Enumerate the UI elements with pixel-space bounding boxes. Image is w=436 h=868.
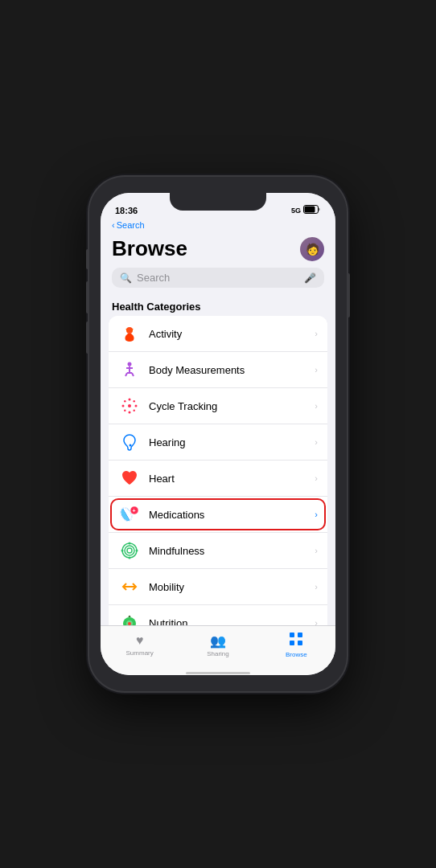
- activity-label: Activity: [149, 328, 306, 340]
- page-header: Browse 🧑: [101, 233, 335, 268]
- svg-point-13: [122, 405, 125, 407]
- sharing-label: Sharing: [207, 650, 229, 657]
- hearing-icon: [118, 431, 141, 453]
- category-item-mindfulness[interactable]: Mindfulness ›: [109, 533, 327, 569]
- svg-point-16: [134, 400, 135, 402]
- svg-point-34: [129, 557, 131, 559]
- microphone-icon[interactable]: 🎤: [304, 272, 316, 284]
- battery-icon: [303, 205, 321, 215]
- category-item-medications[interactable]: + Medications ›: [109, 497, 327, 533]
- cycle-tracking-icon: [118, 395, 141, 417]
- svg-point-11: [129, 399, 131, 401]
- svg-point-10: [128, 404, 131, 407]
- back-link[interactable]: ‹ Search: [112, 220, 324, 230]
- avatar[interactable]: 🧑: [300, 237, 324, 261]
- svg-text:+: +: [133, 508, 136, 514]
- medications-chevron: ›: [315, 510, 318, 519]
- mobility-chevron: ›: [315, 582, 318, 592]
- mindfulness-icon: [118, 539, 141, 562]
- svg-point-3: [128, 362, 132, 366]
- power-button: [347, 273, 350, 317]
- cycle-tracking-chevron: ›: [315, 401, 318, 411]
- svg-point-40: [128, 622, 131, 625]
- page-title: Browse: [112, 236, 187, 261]
- svg-point-15: [124, 400, 125, 402]
- volume-up-button: [86, 281, 89, 313]
- back-label: Search: [117, 220, 145, 230]
- home-indicator: [101, 670, 335, 675]
- hearing-label: Hearing: [149, 436, 306, 448]
- hearing-chevron: ›: [315, 437, 318, 447]
- medications-icon: +: [118, 503, 141, 526]
- search-input[interactable]: Search: [137, 272, 299, 284]
- activity-chevron: ›: [315, 329, 318, 338]
- svg-rect-45: [290, 641, 294, 645]
- svg-point-35: [121, 550, 124, 552]
- home-bar: [186, 672, 250, 674]
- mindfulness-label: Mindfulness: [149, 545, 306, 557]
- svg-point-36: [136, 550, 138, 552]
- category-item-activity[interactable]: Activity ›: [109, 316, 327, 352]
- svg-line-8: [125, 373, 127, 376]
- browse-label: Browse: [286, 651, 307, 658]
- search-icon: 🔍: [120, 272, 132, 284]
- mobility-icon: [118, 575, 141, 598]
- activity-icon: [118, 322, 141, 345]
- heart-category-icon: [118, 467, 141, 489]
- body-measurements-label: Body Measurements: [149, 364, 306, 376]
- body-measurements-chevron: ›: [315, 365, 318, 375]
- medications-label: Medications: [149, 509, 306, 521]
- phone-screen: 18:36 5G ‹ Search: [101, 193, 335, 675]
- nutrition-chevron: ›: [315, 618, 318, 625]
- back-navigation[interactable]: ‹ Search: [101, 219, 335, 233]
- nutrition-icon: [118, 612, 141, 625]
- category-item-hearing[interactable]: Hearing ›: [109, 424, 327, 461]
- browse-icon: [289, 632, 303, 649]
- tab-bar: ♥ Summary 👥 Sharing Browse: [101, 625, 335, 670]
- heart-label: Heart: [149, 473, 306, 485]
- main-content[interactable]: Browse 🧑 🔍 Search 🎤 Health Categories: [101, 233, 335, 625]
- svg-point-12: [129, 411, 131, 414]
- chevron-left-icon: ‹: [112, 220, 115, 230]
- svg-point-32: [127, 548, 132, 553]
- nutrition-label: Nutrition: [149, 617, 306, 626]
- svg-point-33: [129, 542, 131, 545]
- svg-rect-46: [298, 641, 302, 645]
- category-list: Activity ›: [109, 316, 327, 625]
- category-item-body-measurements[interactable]: Body Measurements ›: [109, 352, 327, 388]
- tab-sharing[interactable]: 👥 Sharing: [198, 633, 238, 657]
- status-time: 18:36: [115, 206, 138, 215]
- phone-frame: 18:36 5G ‹ Search: [89, 177, 347, 691]
- volume-down-button: [86, 321, 89, 354]
- summary-label: Summary: [126, 649, 154, 657]
- mindfulness-chevron: ›: [315, 546, 318, 555]
- body-measurements-icon: [118, 358, 141, 381]
- svg-rect-1: [305, 207, 315, 213]
- tab-summary[interactable]: ♥ Summary: [120, 633, 160, 657]
- avatar-image: 🧑: [306, 243, 319, 256]
- tab-browse[interactable]: Browse: [276, 632, 316, 658]
- heart-chevron: ›: [315, 473, 318, 483]
- svg-point-17: [124, 410, 125, 411]
- svg-rect-43: [290, 633, 294, 637]
- category-item-mobility[interactable]: Mobility ›: [109, 569, 327, 605]
- category-item-cycle-tracking[interactable]: Cycle Tracking ›: [109, 388, 327, 424]
- svg-point-31: [125, 546, 134, 555]
- notch: [170, 193, 266, 211]
- search-bar[interactable]: 🔍 Search 🎤: [112, 268, 324, 288]
- svg-rect-44: [298, 633, 302, 637]
- category-item-heart[interactable]: Heart ›: [109, 461, 327, 497]
- network-icon: 5G: [291, 207, 301, 215]
- svg-point-18: [134, 410, 135, 411]
- mute-button: [86, 249, 89, 269]
- cycle-tracking-label: Cycle Tracking: [149, 400, 306, 412]
- section-header: Health Categories: [101, 296, 335, 316]
- svg-point-14: [135, 405, 138, 407]
- svg-line-9: [132, 373, 134, 376]
- status-icons: 5G: [291, 205, 321, 215]
- category-item-nutrition[interactable]: Nutrition ›: [109, 605, 327, 625]
- summary-icon: ♥: [136, 633, 144, 648]
- sharing-icon: 👥: [210, 633, 226, 649]
- mobility-label: Mobility: [149, 581, 306, 593]
- svg-point-19: [130, 444, 132, 447]
